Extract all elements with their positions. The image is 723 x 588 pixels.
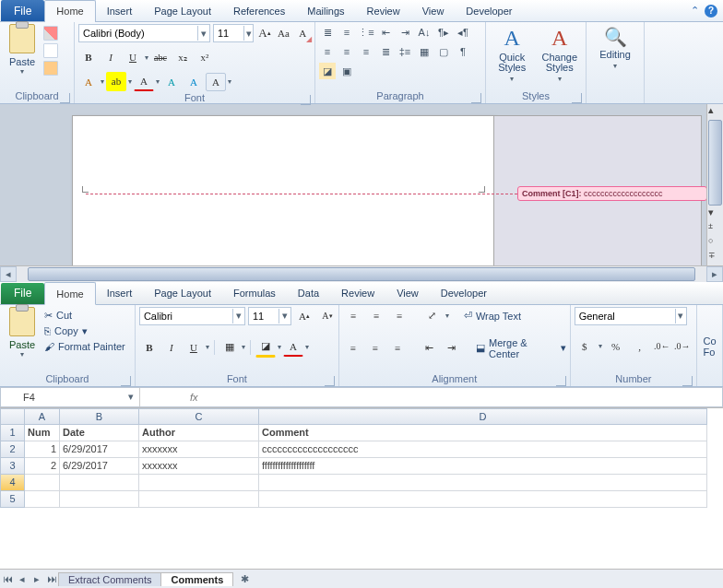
word-tab-pagelayout[interactable]: Page Layout: [143, 0, 222, 21]
cut-button[interactable]: ✂Cut: [44, 310, 125, 322]
copy-icon[interactable]: [43, 43, 58, 58]
char-style-button[interactable]: A: [161, 73, 182, 91]
font-size-combobox[interactable]: ▾: [213, 24, 254, 42]
word-horizontal-scrollbar[interactable]: ◂ ▸: [0, 265, 723, 282]
cell[interactable]: 1: [25, 441, 60, 458]
fill-button[interactable]: ◪: [319, 63, 336, 79]
cell[interactable]: [25, 475, 60, 491]
col-header-d[interactable]: D: [259, 408, 707, 425]
sort-button[interactable]: A↓: [416, 24, 433, 41]
excel-size-combobox[interactable]: ▾: [248, 307, 291, 325]
cell[interactable]: [259, 491, 707, 508]
excel-file-tab[interactable]: File: [1, 283, 44, 304]
cell[interactable]: 2: [25, 458, 60, 475]
excel-font-launcher[interactable]: [325, 376, 335, 386]
excel-tab-data[interactable]: Data: [287, 283, 330, 304]
inc-decimal[interactable]: .0←: [654, 338, 670, 355]
col-header-a[interactable]: A: [25, 408, 60, 425]
excel-paste-button[interactable]: Paste ▾: [4, 307, 41, 359]
scroll-left-icon[interactable]: ◂: [0, 266, 17, 282]
justify-button[interactable]: ≣: [377, 43, 394, 60]
format-painter-button[interactable]: 🖌Format Painter: [44, 341, 125, 352]
fx-icon[interactable]: fx: [190, 392, 198, 403]
underline-button[interactable]: U: [123, 48, 143, 66]
sheet-nav-next[interactable]: ▸: [30, 570, 44, 587]
clear-format-button[interactable]: A◢: [294, 24, 311, 42]
strike-button[interactable]: abc: [150, 48, 171, 66]
change-styles-button[interactable]: A Change Styles▾: [538, 24, 583, 83]
cell[interactable]: xxxxxxx: [139, 458, 259, 475]
merge-center-button[interactable]: ⬓Merge & Center ▾: [476, 337, 566, 359]
help-icon[interactable]: ?: [705, 5, 717, 18]
orientation-button[interactable]: ⤢: [422, 307, 443, 325]
cell[interactable]: ffffffffffffffffffff: [259, 458, 707, 475]
styleset-button[interactable]: A: [206, 73, 226, 91]
row-header-5[interactable]: 5: [0, 491, 25, 508]
cell[interactable]: Comment: [259, 425, 707, 441]
wrap-text-button[interactable]: ⏎Wrap Text: [464, 310, 521, 322]
excel-center[interactable]: ≡: [365, 339, 385, 358]
align-left-button[interactable]: ≡: [319, 43, 336, 60]
align-right-button[interactable]: ≡: [358, 43, 374, 60]
alignment-launcher[interactable]: [556, 376, 566, 386]
fill-color-button[interactable]: ◪: [255, 337, 276, 358]
align-middle[interactable]: ≡: [366, 307, 386, 325]
case-button[interactable]: Aa: [276, 24, 292, 42]
currency-button[interactable]: $: [575, 337, 595, 356]
row-header-3[interactable]: 3: [0, 458, 25, 475]
paste-button[interactable]: Paste ▾: [4, 24, 41, 76]
cell[interactable]: [60, 475, 139, 491]
clipboard-launcher[interactable]: [60, 93, 70, 103]
italic-button[interactable]: I: [101, 48, 121, 66]
word-file-tab[interactable]: File: [1, 0, 44, 21]
cell[interactable]: 6/29/2017: [60, 441, 139, 458]
comment-balloon-c1[interactable]: Comment [C1]: ccccccccccccccccccc: [517, 186, 706, 201]
font-color-button[interactable]: A: [134, 72, 154, 91]
rtl-button[interactable]: ◂¶: [455, 24, 471, 41]
sheet-nav-prev[interactable]: ◂: [15, 570, 30, 587]
sheet-nav-first[interactable]: ⏮: [0, 570, 15, 587]
col-header-c[interactable]: C: [139, 408, 259, 425]
word-tab-view[interactable]: View: [411, 0, 456, 21]
excel-left[interactable]: ≡: [343, 339, 362, 358]
comma-button[interactable]: ,: [630, 337, 650, 356]
word-tab-insert[interactable]: Insert: [96, 0, 144, 21]
excel-underline[interactable]: U: [184, 338, 204, 357]
col-header-b[interactable]: B: [60, 408, 139, 425]
excel-right[interactable]: ≡: [387, 339, 407, 358]
excel-tab-review[interactable]: Review: [330, 283, 385, 304]
minimize-ribbon-icon[interactable]: ⌃: [691, 5, 699, 18]
ltr-button[interactable]: ¶▸: [435, 24, 452, 41]
cell[interactable]: [139, 475, 259, 491]
bullets-button[interactable]: ≣: [319, 24, 336, 41]
numbers-button[interactable]: ≡: [338, 24, 355, 41]
word-tab-references[interactable]: References: [222, 0, 296, 21]
sheet-tab-comments[interactable]: Comments: [160, 572, 233, 586]
row-header-4[interactable]: 4: [0, 475, 25, 491]
excel-tab-developer[interactable]: Developer: [430, 283, 498, 304]
editing-button[interactable]: 🔍 Editing▾: [592, 24, 638, 70]
excel-tab-home[interactable]: Home: [44, 282, 95, 305]
highlight-button[interactable]: ab: [106, 72, 126, 91]
superscript-button[interactable]: x²: [195, 48, 215, 66]
dec-indent[interactable]: ⇤: [420, 339, 439, 358]
word-vertical-scrollbar[interactable]: ▴ ▾ ± ○ ∓: [706, 104, 723, 265]
excel-clipboard-launcher[interactable]: [121, 376, 131, 386]
row-header-1[interactable]: 1: [0, 425, 25, 441]
new-sheet-button[interactable]: ✱: [237, 570, 252, 587]
char-style2-button[interactable]: A: [184, 73, 204, 91]
multilevel-button[interactable]: ⋮≡: [358, 24, 374, 41]
subscript-button[interactable]: x₂: [172, 48, 193, 66]
scroll-up-icon[interactable]: ▴: [708, 104, 722, 119]
name-box[interactable]: F4▾: [18, 388, 140, 406]
excel-shrink-font[interactable]: A▾: [317, 307, 338, 325]
line-spacing-button[interactable]: ‡≡: [397, 43, 413, 60]
excel-bold[interactable]: B: [139, 338, 160, 357]
sheet-nav-last[interactable]: ⏭: [44, 570, 59, 587]
number-launcher[interactable]: [682, 376, 693, 386]
excel-italic[interactable]: I: [161, 338, 182, 357]
cell[interactable]: Author: [139, 425, 259, 441]
cell[interactable]: [259, 475, 707, 491]
text-effects-button[interactable]: A: [78, 73, 99, 91]
sheet-tab-extract[interactable]: Extract Comments: [58, 572, 161, 586]
